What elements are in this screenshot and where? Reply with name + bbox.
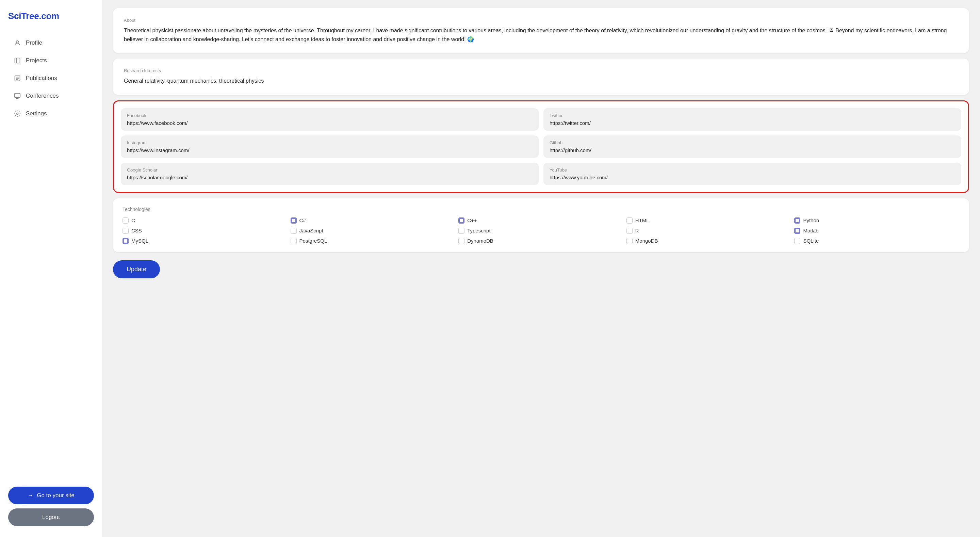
monitor-icon (14, 92, 21, 100)
tech-checkbox-c[interactable] (123, 217, 129, 223)
twitter-field: Twitter https://twitter.com/ (543, 108, 961, 131)
twitter-value: https://twitter.com/ (550, 120, 955, 126)
github-field: Github https://github.com/ (543, 135, 961, 158)
tech-checkbox-typescript[interactable] (458, 228, 465, 234)
tech-label-c--: C++ (467, 217, 477, 223)
tech-label-postgresql: PostgreSQL (299, 238, 327, 244)
go-to-site-button[interactable]: → Go to your site (8, 487, 94, 504)
about-label: About (124, 18, 958, 23)
tech-item-c--[interactable]: C++ (458, 217, 624, 223)
logout-label: Logout (42, 514, 60, 521)
svg-point-0 (16, 40, 19, 43)
sidebar-item-publications[interactable]: Publications (8, 70, 94, 86)
tech-label-typescript: Typescript (467, 228, 490, 233)
instagram-label: Instagram (127, 140, 533, 145)
sidebar-item-conferences[interactable]: Conferences (8, 88, 94, 104)
tech-checkbox-sqlite[interactable] (794, 238, 800, 244)
tech-checkbox-postgresql[interactable] (291, 238, 297, 244)
facebook-label: Facebook (127, 113, 533, 118)
research-interests-card: Research Interests General relativity, q… (113, 59, 969, 95)
github-value: https://github.com/ (550, 147, 955, 153)
svg-rect-1 (15, 58, 20, 63)
tech-label-html: HTML (635, 217, 649, 223)
update-button[interactable]: Update (113, 260, 160, 278)
tech-item-javascript[interactable]: JavaScript (291, 228, 456, 234)
tech-label-css: CSS (131, 228, 142, 233)
tech-label-dynamodb: DynamoDB (467, 238, 493, 244)
tech-item-html[interactable]: HTML (627, 217, 792, 223)
tech-item-matlab[interactable]: Matlab (794, 228, 959, 234)
tech-item-sqlite[interactable]: SQLite (794, 238, 959, 244)
tech-checkbox-r[interactable] (627, 228, 633, 234)
logout-button[interactable]: Logout (8, 508, 94, 526)
tech-checkbox-mysql[interactable] (123, 238, 129, 244)
sidebar-item-conferences-label: Conferences (26, 92, 59, 99)
tech-label-javascript: JavaScript (299, 228, 323, 233)
tech-item-mysql[interactable]: MySQL (123, 238, 288, 244)
tech-label-mysql: MySQL (131, 238, 148, 244)
youtube-value: https://www.youtube.com/ (550, 175, 955, 180)
gear-icon (14, 110, 21, 117)
sidebar-item-settings-label: Settings (26, 110, 47, 117)
sidebar-item-profile-label: Profile (26, 40, 42, 46)
sidebar: SciTree.com Profile Projects Publication… (0, 0, 102, 537)
youtube-label: YouTube (550, 167, 955, 172)
tech-item-typescript[interactable]: Typescript (458, 228, 624, 234)
tech-label-sqlite: SQLite (803, 238, 819, 244)
google-scholar-value: https://scholar.google.com/ (127, 175, 533, 180)
logo: SciTree.com (8, 11, 94, 21)
google-scholar-field: Google Scholar https://scholar.google.co… (121, 163, 539, 185)
sidebar-item-profile[interactable]: Profile (8, 35, 94, 51)
book-icon (14, 57, 21, 64)
sidebar-bottom: → Go to your site Logout (8, 487, 94, 526)
facebook-field: Facebook https://www.facebook.com/ (121, 108, 539, 131)
about-card: About Theoretical physicist passionate a… (113, 8, 969, 53)
sidebar-item-projects[interactable]: Projects (8, 53, 94, 69)
arrow-right-icon: → (27, 492, 33, 499)
tech-checkbox-c-[interactable] (291, 217, 297, 223)
tech-checkbox-python[interactable] (794, 217, 800, 223)
tech-label-c: C (131, 217, 135, 223)
person-icon (14, 39, 21, 47)
tech-item-postgresql[interactable]: PostgreSQL (291, 238, 456, 244)
instagram-field: Instagram https://www.instagram.com/ (121, 135, 539, 158)
about-text: Theoretical physicist passionate about u… (124, 26, 958, 43)
research-interests-text: General relativity, quantum mechanics, t… (124, 76, 958, 85)
tech-label-mongodb: MongoDB (635, 238, 658, 244)
newspaper-icon (14, 75, 21, 82)
technologies-grid: CC#C++HTMLPythonCSSJavaScriptTypescriptR… (123, 217, 959, 244)
tech-label-c-: C# (299, 217, 306, 223)
go-to-site-label: Go to your site (37, 492, 75, 499)
tech-item-mongodb[interactable]: MongoDB (627, 238, 792, 244)
tech-checkbox-html[interactable] (627, 217, 633, 223)
tech-checkbox-javascript[interactable] (291, 228, 297, 234)
tech-label-matlab: Matlab (803, 228, 818, 233)
tech-item-css[interactable]: CSS (123, 228, 288, 234)
sidebar-item-settings[interactable]: Settings (8, 106, 94, 121)
tech-checkbox-c--[interactable] (458, 217, 465, 223)
tech-item-r[interactable]: R (627, 228, 792, 234)
google-scholar-label: Google Scholar (127, 167, 533, 172)
svg-rect-7 (14, 94, 21, 98)
main-content: About Theoretical physicist passionate a… (102, 0, 980, 537)
svg-point-10 (17, 113, 18, 115)
github-label: Github (550, 140, 955, 145)
sidebar-item-projects-label: Projects (26, 57, 47, 64)
sidebar-item-publications-label: Publications (26, 75, 57, 82)
technologies-label: Technologies (123, 207, 959, 212)
tech-label-python: Python (803, 217, 819, 223)
tech-item-c-[interactable]: C# (291, 217, 456, 223)
tech-item-python[interactable]: Python (794, 217, 959, 223)
tech-item-c[interactable]: C (123, 217, 288, 223)
twitter-label: Twitter (550, 113, 955, 118)
facebook-value: https://www.facebook.com/ (127, 120, 533, 126)
tech-checkbox-mongodb[interactable] (627, 238, 633, 244)
social-grid: Facebook https://www.facebook.com/ Twitt… (121, 108, 961, 185)
tech-item-dynamodb[interactable]: DynamoDB (458, 238, 624, 244)
technologies-section: Technologies CC#C++HTMLPythonCSSJavaScri… (113, 198, 969, 252)
tech-checkbox-css[interactable] (123, 228, 129, 234)
nav: Profile Projects Publications Conference… (8, 35, 94, 478)
tech-checkbox-dynamodb[interactable] (458, 238, 465, 244)
research-interests-label: Research Interests (124, 68, 958, 73)
tech-checkbox-matlab[interactable] (794, 228, 800, 234)
